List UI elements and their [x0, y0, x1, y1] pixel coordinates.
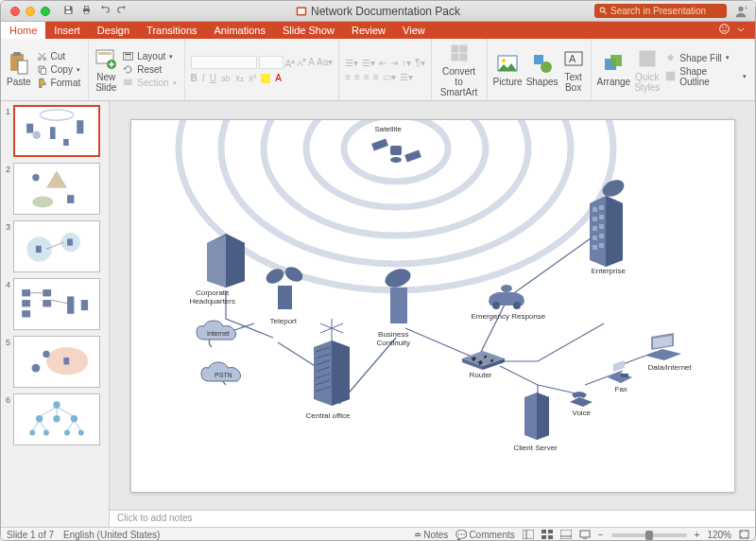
shape-fill-button: Shape Fill▾ [663, 52, 748, 64]
satellite-icon [368, 131, 424, 173]
picture-button[interactable]: Picture [493, 42, 523, 97]
svg-rect-63 [43, 300, 51, 306]
notes-toggle[interactable]: ≐ Notes [414, 530, 448, 540]
fax-label: Fax [615, 385, 627, 393]
teleport-label: Teleport [270, 317, 297, 325]
zoom-out-button[interactable]: − [598, 530, 604, 540]
svg-rect-52 [67, 195, 74, 203]
clipboard-group: Paste Cut Copy▾ Format [1, 39, 89, 100]
zoom-window-button[interactable] [41, 7, 50, 16]
smiley-feedback-icon[interactable] [718, 23, 730, 38]
svg-rect-93 [371, 138, 388, 150]
zoom-in-button[interactable]: + [695, 530, 700, 540]
undo-icon[interactable] [99, 5, 110, 17]
minimize-window-button[interactable] [26, 7, 35, 16]
slide-thumbnail-5[interactable] [13, 336, 100, 388]
svg-rect-0 [66, 7, 70, 9]
svg-rect-27 [129, 57, 131, 60]
svg-point-78 [64, 430, 70, 436]
svg-point-70 [43, 351, 49, 358]
svg-rect-28 [125, 79, 132, 81]
svg-rect-122 [599, 224, 604, 229]
svg-rect-31 [460, 45, 467, 52]
collapse-ribbon-icon[interactable] [736, 24, 746, 37]
sorter-view-icon[interactable] [541, 530, 553, 541]
thumb-number: 6 [3, 393, 10, 405]
print-icon[interactable] [81, 5, 92, 17]
textbox-button[interactable]: A Text Box [562, 42, 585, 97]
shapes-button[interactable]: Shapes [526, 42, 558, 97]
svg-rect-94 [404, 149, 421, 162]
reset-button[interactable]: Reset [121, 63, 178, 76]
zoom-slider[interactable] [611, 533, 687, 537]
svg-rect-92 [390, 146, 402, 155]
svg-point-45 [40, 110, 73, 120]
router-label: Router [470, 371, 492, 379]
redo-icon[interactable] [117, 5, 128, 17]
cut-button[interactable]: Cut [35, 50, 83, 62]
copy-button[interactable]: Copy▾ [35, 63, 83, 76]
svg-rect-4 [84, 11, 88, 14]
notes-pane[interactable]: Click to add notes [110, 510, 755, 527]
format-painter-button[interactable]: Format [35, 77, 83, 89]
quick-styles-button: A Quick Styles [634, 42, 660, 97]
arrange-button[interactable]: Arrange [597, 42, 631, 97]
reading-view-icon[interactable] [560, 530, 572, 541]
tab-design[interactable]: Design [89, 22, 138, 39]
svg-rect-65 [81, 300, 88, 310]
layout-button[interactable]: Layout▾ [121, 50, 178, 62]
tab-slideshow[interactable]: Slide Show [274, 22, 343, 39]
tab-home[interactable]: Home [1, 22, 45, 39]
slide-thumbnail-3[interactable] [13, 220, 100, 272]
fit-to-window-icon[interactable] [739, 530, 749, 541]
tab-transitions[interactable]: Transitions [138, 22, 205, 39]
svg-rect-30 [452, 45, 458, 52]
tab-review[interactable]: Review [343, 22, 394, 39]
router-icon [457, 340, 509, 374]
slide-thumbnails-panel[interactable]: 1 2 3 4 5 [1, 101, 110, 527]
svg-point-50 [33, 131, 42, 140]
close-window-button[interactable] [10, 7, 20, 16]
svg-rect-16 [18, 61, 27, 74]
svg-line-84 [40, 421, 46, 430]
svg-rect-46 [26, 124, 33, 133]
section-button[interactable]: Section▾ [121, 77, 178, 89]
paragraph-group: ☰▾☰▾⇤⇥↕▾¶▾ ≡≡≡≡▭▾☰▾ [339, 39, 431, 100]
svg-point-116 [599, 177, 627, 200]
paste-button[interactable]: Paste [7, 42, 31, 97]
svg-point-76 [29, 430, 35, 436]
tab-insert[interactable]: Insert [45, 22, 89, 39]
new-slide-button[interactable]: New Slide [94, 42, 117, 97]
search-input[interactable]: Search in Presentation [594, 4, 727, 18]
thumb-number: 2 [3, 163, 10, 174]
svg-point-79 [78, 430, 84, 436]
svg-rect-49 [63, 139, 69, 146]
svg-rect-136 [580, 531, 590, 537]
comments-toggle[interactable]: 💬 Comments [455, 530, 514, 540]
slide-canvas[interactable]: Satellite Corporate Headquarters Telepor… [130, 119, 735, 493]
document-title: Network Documentation Pack [296, 5, 460, 18]
normal-view-icon[interactable] [523, 530, 534, 541]
slide-thumbnail-4[interactable] [13, 278, 100, 330]
svg-text:Internet: Internet [207, 330, 230, 337]
svg-rect-118 [599, 205, 604, 210]
language-indicator[interactable]: English (United States) [63, 530, 160, 540]
thumb-number: 4 [3, 278, 10, 289]
slideshow-view-icon[interactable] [579, 530, 591, 541]
slide-thumbnail-6[interactable] [13, 393, 100, 445]
svg-rect-56 [36, 246, 42, 253]
save-icon[interactable] [63, 5, 74, 17]
user-icon[interactable]: + [734, 5, 747, 18]
svg-rect-128 [523, 530, 534, 539]
slide-thumbnail-1[interactable] [13, 105, 100, 157]
window-controls [1, 7, 50, 16]
ribbon-tabs: Home Insert Design Transitions Animation… [1, 22, 755, 39]
thumb-number: 3 [3, 220, 10, 232]
tab-view[interactable]: View [394, 22, 434, 39]
svg-rect-41 [610, 55, 622, 66]
central-office-label: Central office [306, 411, 351, 420]
tab-animations[interactable]: Animations [206, 22, 274, 39]
zoom-level[interactable]: 120% [707, 530, 731, 540]
svg-point-35 [502, 59, 506, 62]
slide-thumbnail-2[interactable] [13, 163, 100, 215]
